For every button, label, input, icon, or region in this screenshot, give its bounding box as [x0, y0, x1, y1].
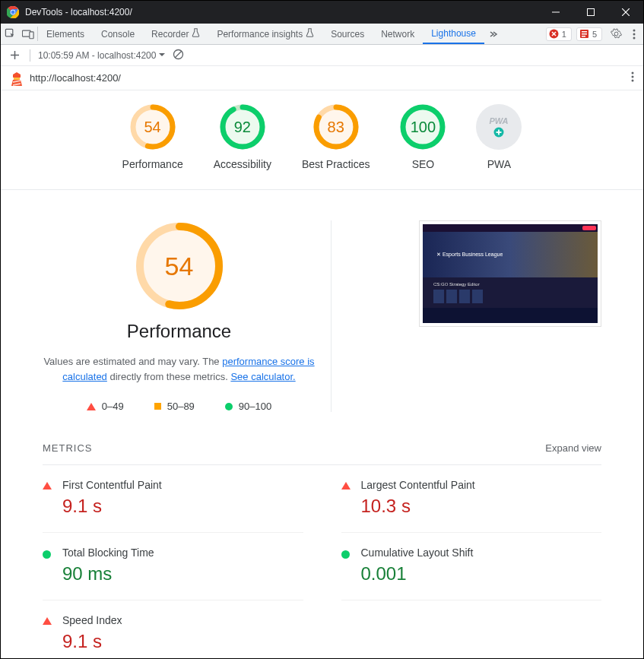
- inspect-element-icon[interactable]: [1, 24, 19, 44]
- metric-lcp-name: Largest Contentful Paint: [361, 479, 475, 491]
- lighthouse-logo-icon: [10, 71, 24, 85]
- fail-indicator-icon: [43, 482, 52, 489]
- device-toolbar-icon[interactable]: [19, 24, 37, 44]
- clear-icon[interactable]: [173, 49, 184, 62]
- svg-rect-23: [14, 78, 20, 80]
- svg-point-25: [632, 76, 634, 78]
- gauge-seo-label: SEO: [412, 157, 435, 171]
- report-url-row: http://localhost:4200/: [1, 66, 643, 90]
- score-legend: 0–49 50–89 90–100: [43, 401, 316, 412]
- metric-tbt[interactable]: Total Blocking Time90 ms: [43, 533, 303, 600]
- flask-icon: [306, 28, 314, 40]
- performance-description: Values are estimated and may vary. The p…: [43, 354, 316, 384]
- report-content[interactable]: 54 Performance 92 Accessibility 83 Best …: [1, 90, 643, 659]
- legend-fail-range: 0–49: [102, 401, 124, 412]
- gauge-best-practices-label: Best Practices: [302, 157, 370, 171]
- metric-si-name: Speed Index: [62, 614, 122, 626]
- metric-tbt-name: Total Blocking Time: [62, 547, 154, 559]
- svg-point-16: [633, 29, 636, 31]
- report-menu-icon[interactable]: [631, 71, 634, 84]
- expand-view-toggle[interactable]: Expand view: [545, 442, 601, 454]
- gauge-accessibility[interactable]: 92 Accessibility: [214, 104, 271, 171]
- issues-counter[interactable]: 5: [576, 27, 602, 41]
- more-tabs-icon[interactable]: [484, 24, 503, 44]
- metric-tbt-value: 90 ms: [62, 563, 154, 585]
- link-see-calculator[interactable]: See calculator.: [230, 371, 295, 382]
- gauge-pwa[interactable]: PWA PWA: [476, 104, 522, 171]
- gauge-pwa-label: PWA: [487, 157, 511, 171]
- tab-console[interactable]: Console: [93, 24, 143, 44]
- svg-point-18: [633, 36, 636, 39]
- legend-pass-icon: [225, 403, 233, 410]
- pwa-icon: PWA: [476, 104, 522, 150]
- report-url: http://localhost:4200/: [30, 72, 121, 84]
- svg-point-26: [632, 80, 634, 82]
- svg-rect-5: [588, 9, 595, 16]
- error-count: 1: [562, 30, 566, 39]
- svg-rect-13: [582, 31, 587, 33]
- performance-category-title: Performance: [43, 321, 316, 342]
- metric-fcp-value: 9.1 s: [62, 496, 162, 517]
- window-minimize-button[interactable]: [538, 1, 573, 24]
- pass-indicator-icon: [341, 550, 350, 559]
- tab-recorder[interactable]: Recorder: [143, 24, 208, 44]
- kebab-menu-icon[interactable]: [625, 29, 643, 40]
- svg-rect-10: [30, 31, 33, 38]
- window-titlebar: DevTools - localhost:4200/: [1, 1, 643, 24]
- gauge-seo[interactable]: 100 SEO: [400, 104, 446, 171]
- metrics-section: METRICS Expand view First Contentful Pai…: [1, 435, 643, 659]
- fail-indicator-icon: [43, 617, 52, 625]
- settings-gear-icon[interactable]: [607, 28, 625, 40]
- legend-average-range: 50–89: [167, 401, 195, 412]
- svg-point-24: [632, 72, 634, 74]
- metric-cls-value: 0.001: [361, 563, 474, 585]
- metric-fcp-name: First Contentful Paint: [62, 479, 162, 491]
- tab-elements[interactable]: Elements: [38, 24, 93, 44]
- metric-si-value: 9.1 s: [62, 631, 122, 652]
- error-icon: [549, 29, 559, 39]
- gauge-accessibility-score: 92: [220, 104, 265, 150]
- metrics-header: METRICS: [43, 442, 93, 454]
- gauge-best-practices[interactable]: 83 Best Practices: [302, 104, 370, 171]
- metric-lcp-value: 10.3 s: [361, 496, 475, 517]
- metric-fcp[interactable]: First Contentful Paint9.1 s: [43, 465, 303, 533]
- report-selector[interactable]: 10:05:59 AM - localhost:4200: [38, 50, 165, 61]
- performance-big-gauge: 54: [134, 220, 225, 312]
- tab-lighthouse[interactable]: Lighthouse: [423, 24, 484, 44]
- gauge-performance-score: 54: [130, 104, 176, 150]
- legend-fail-icon: [87, 403, 96, 410]
- window-title: DevTools - localhost:4200/: [25, 7, 132, 17]
- svg-rect-15: [582, 36, 585, 37]
- performance-big-score: 54: [134, 220, 225, 312]
- report-selector-label: 10:05:59 AM - localhost:4200: [38, 50, 156, 61]
- metric-cls[interactable]: Cumulative Layout Shift0.001: [341, 533, 602, 600]
- performance-category-section: 54 Performance Values are estimated and …: [1, 190, 643, 435]
- issue-icon: [579, 29, 589, 39]
- page-screenshot-thumbnail: ✕ Esports Business League CS:GO Strategy…: [419, 220, 601, 327]
- svg-text:PWA: PWA: [490, 116, 509, 125]
- error-counter[interactable]: 1: [546, 27, 572, 41]
- tab-performance-insights[interactable]: Performance insights: [208, 24, 322, 44]
- issue-count: 5: [592, 30, 597, 39]
- legend-average-icon: [154, 403, 161, 410]
- pass-indicator-icon: [43, 550, 51, 559]
- new-report-button[interactable]: [7, 50, 22, 60]
- legend-pass-range: 90–100: [239, 401, 271, 412]
- metric-lcp[interactable]: Largest Contentful Paint10.3 s: [341, 465, 602, 533]
- gauge-performance[interactable]: 54 Performance: [122, 104, 183, 171]
- metric-si[interactable]: Speed Index9.1 s: [43, 600, 303, 659]
- window-close-button[interactable]: [608, 1, 643, 24]
- window-maximize-button[interactable]: [573, 1, 608, 24]
- lighthouse-toolbar: 10:05:59 AM - localhost:4200: [1, 45, 643, 66]
- gauge-seo-score: 100: [400, 104, 446, 150]
- chrome-logo-icon: [7, 6, 19, 18]
- gauge-accessibility-label: Accessibility: [214, 157, 271, 171]
- metric-cls-name: Cumulative Layout Shift: [361, 547, 474, 559]
- score-gauges-row: 54 Performance 92 Accessibility 83 Best …: [1, 90, 643, 190]
- flask-icon: [192, 28, 200, 40]
- tab-network[interactable]: Network: [373, 24, 423, 44]
- svg-point-3: [11, 11, 15, 14]
- tab-sources[interactable]: Sources: [322, 24, 373, 44]
- fail-indicator-icon: [341, 482, 351, 489]
- gauge-performance-label: Performance: [122, 157, 183, 171]
